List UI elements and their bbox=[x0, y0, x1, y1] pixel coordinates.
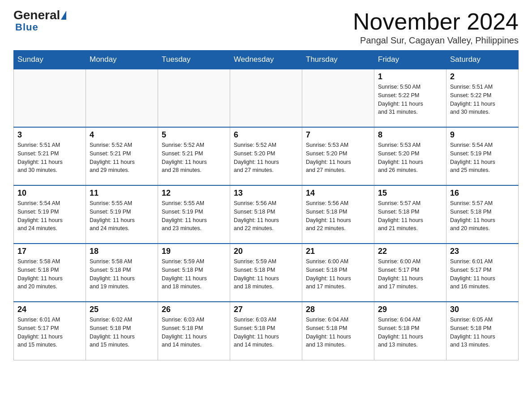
calendar-cell bbox=[302, 69, 374, 127]
day-number: 20 bbox=[234, 247, 298, 256]
day-number: 7 bbox=[306, 130, 370, 140]
calendar-cell: 23Sunrise: 6:01 AM Sunset: 5:17 PM Dayli… bbox=[446, 244, 519, 302]
day-number: 16 bbox=[450, 188, 515, 198]
day-number: 4 bbox=[90, 130, 154, 140]
day-number: 15 bbox=[378, 188, 442, 198]
day-number: 3 bbox=[17, 130, 82, 140]
calendar-cell: 30Sunrise: 6:05 AM Sunset: 5:18 PM Dayli… bbox=[446, 302, 519, 360]
day-info: Sunrise: 6:03 AM Sunset: 5:18 PM Dayligh… bbox=[234, 316, 298, 349]
calendar-cell: 20Sunrise: 5:59 AM Sunset: 5:18 PM Dayli… bbox=[230, 244, 302, 302]
day-number: 22 bbox=[378, 247, 442, 256]
calendar-cell: 6Sunrise: 5:52 AM Sunset: 5:20 PM Daylig… bbox=[230, 127, 302, 185]
calendar-cell: 12Sunrise: 5:55 AM Sunset: 5:19 PM Dayli… bbox=[158, 185, 230, 244]
day-info: Sunrise: 6:00 AM Sunset: 5:17 PM Dayligh… bbox=[378, 257, 442, 291]
day-number: 8 bbox=[378, 130, 442, 140]
day-number: 9 bbox=[450, 130, 515, 140]
day-number: 13 bbox=[234, 188, 298, 198]
calendar-cell: 15Sunrise: 5:57 AM Sunset: 5:18 PM Dayli… bbox=[374, 185, 446, 244]
weekday-header-thursday: Thursday bbox=[302, 51, 374, 69]
day-number: 29 bbox=[378, 305, 442, 314]
day-info: Sunrise: 5:56 AM Sunset: 5:18 PM Dayligh… bbox=[306, 199, 370, 233]
calendar-cell: 8Sunrise: 5:53 AM Sunset: 5:20 PM Daylig… bbox=[374, 127, 446, 185]
day-info: Sunrise: 5:53 AM Sunset: 5:20 PM Dayligh… bbox=[378, 141, 442, 175]
calendar-cell: 5Sunrise: 5:52 AM Sunset: 5:21 PM Daylig… bbox=[158, 127, 230, 185]
calendar-cell: 1Sunrise: 5:50 AM Sunset: 5:22 PM Daylig… bbox=[374, 69, 446, 127]
day-info: Sunrise: 5:52 AM Sunset: 5:21 PM Dayligh… bbox=[90, 141, 154, 175]
logo: General Blue bbox=[13, 9, 66, 33]
day-info: Sunrise: 5:59 AM Sunset: 5:18 PM Dayligh… bbox=[162, 257, 226, 291]
day-number: 2 bbox=[450, 72, 515, 81]
title-block: November 2024 Pangal Sur, Cagayan Valley… bbox=[353, 9, 519, 46]
location-subtitle: Pangal Sur, Cagayan Valley, Philippines bbox=[353, 35, 519, 46]
calendar-cell: 16Sunrise: 5:57 AM Sunset: 5:18 PM Dayli… bbox=[446, 185, 519, 244]
day-info: Sunrise: 5:51 AM Sunset: 5:22 PM Dayligh… bbox=[450, 83, 515, 116]
day-number: 25 bbox=[90, 305, 154, 314]
logo-general: General bbox=[13, 9, 60, 21]
day-info: Sunrise: 5:52 AM Sunset: 5:20 PM Dayligh… bbox=[234, 141, 298, 175]
day-number: 21 bbox=[306, 247, 370, 256]
day-info: Sunrise: 5:52 AM Sunset: 5:21 PM Dayligh… bbox=[162, 141, 226, 175]
calendar-week-row: 3Sunrise: 5:51 AM Sunset: 5:21 PM Daylig… bbox=[14, 127, 519, 185]
calendar-cell: 9Sunrise: 5:54 AM Sunset: 5:19 PM Daylig… bbox=[446, 127, 519, 185]
logo-triangle-icon bbox=[61, 11, 66, 20]
weekday-header-tuesday: Tuesday bbox=[158, 51, 230, 69]
weekday-header-wednesday: Wednesday bbox=[230, 51, 302, 69]
day-number: 17 bbox=[17, 247, 82, 256]
day-number: 19 bbox=[162, 247, 226, 256]
page-header: General Blue November 2024 Pangal Sur, C… bbox=[13, 9, 519, 46]
weekday-header-saturday: Saturday bbox=[446, 51, 519, 69]
weekday-header-sunday: Sunday bbox=[14, 51, 86, 69]
calendar-cell: 24Sunrise: 6:01 AM Sunset: 5:17 PM Dayli… bbox=[14, 302, 86, 360]
day-info: Sunrise: 5:53 AM Sunset: 5:20 PM Dayligh… bbox=[306, 141, 370, 175]
day-info: Sunrise: 5:59 AM Sunset: 5:18 PM Dayligh… bbox=[234, 257, 298, 291]
month-year-title: November 2024 bbox=[353, 9, 519, 34]
day-info: Sunrise: 5:51 AM Sunset: 5:21 PM Dayligh… bbox=[17, 141, 82, 175]
logo-blue: Blue bbox=[15, 21, 39, 33]
day-number: 23 bbox=[450, 247, 515, 256]
day-info: Sunrise: 5:55 AM Sunset: 5:19 PM Dayligh… bbox=[162, 199, 226, 233]
calendar-cell bbox=[230, 69, 302, 127]
day-info: Sunrise: 5:54 AM Sunset: 5:19 PM Dayligh… bbox=[450, 141, 515, 175]
day-info: Sunrise: 6:04 AM Sunset: 5:18 PM Dayligh… bbox=[378, 316, 442, 349]
day-info: Sunrise: 5:54 AM Sunset: 5:19 PM Dayligh… bbox=[17, 199, 82, 233]
day-info: Sunrise: 5:58 AM Sunset: 5:18 PM Dayligh… bbox=[17, 257, 82, 291]
day-number: 12 bbox=[162, 188, 226, 198]
calendar-week-row: 1Sunrise: 5:50 AM Sunset: 5:22 PM Daylig… bbox=[14, 69, 519, 127]
day-info: Sunrise: 6:03 AM Sunset: 5:18 PM Dayligh… bbox=[162, 316, 226, 349]
calendar-cell: 17Sunrise: 5:58 AM Sunset: 5:18 PM Dayli… bbox=[14, 244, 86, 302]
calendar-cell bbox=[14, 69, 86, 127]
calendar-cell: 19Sunrise: 5:59 AM Sunset: 5:18 PM Dayli… bbox=[158, 244, 230, 302]
day-number: 28 bbox=[306, 305, 370, 314]
day-info: Sunrise: 5:50 AM Sunset: 5:22 PM Dayligh… bbox=[378, 83, 442, 116]
day-number: 24 bbox=[17, 305, 82, 314]
day-number: 1 bbox=[378, 72, 442, 81]
weekday-header-friday: Friday bbox=[374, 51, 446, 69]
weekday-header-monday: Monday bbox=[86, 51, 158, 69]
calendar-week-row: 17Sunrise: 5:58 AM Sunset: 5:18 PM Dayli… bbox=[14, 244, 519, 302]
day-info: Sunrise: 6:04 AM Sunset: 5:18 PM Dayligh… bbox=[306, 316, 370, 349]
calendar-header-row: SundayMondayTuesdayWednesdayThursdayFrid… bbox=[14, 51, 519, 69]
calendar-cell bbox=[158, 69, 230, 127]
day-info: Sunrise: 5:58 AM Sunset: 5:18 PM Dayligh… bbox=[90, 257, 154, 291]
calendar-cell: 21Sunrise: 6:00 AM Sunset: 5:18 PM Dayli… bbox=[302, 244, 374, 302]
day-info: Sunrise: 5:57 AM Sunset: 5:18 PM Dayligh… bbox=[450, 199, 515, 233]
day-info: Sunrise: 6:00 AM Sunset: 5:18 PM Dayligh… bbox=[306, 257, 370, 291]
calendar-cell: 11Sunrise: 5:55 AM Sunset: 5:19 PM Dayli… bbox=[86, 185, 158, 244]
calendar-cell: 22Sunrise: 6:00 AM Sunset: 5:17 PM Dayli… bbox=[374, 244, 446, 302]
day-info: Sunrise: 5:56 AM Sunset: 5:18 PM Dayligh… bbox=[234, 199, 298, 233]
day-number: 14 bbox=[306, 188, 370, 198]
day-info: Sunrise: 6:01 AM Sunset: 5:17 PM Dayligh… bbox=[450, 257, 515, 291]
day-number: 10 bbox=[17, 188, 82, 198]
calendar-cell: 3Sunrise: 5:51 AM Sunset: 5:21 PM Daylig… bbox=[14, 127, 86, 185]
calendar-cell: 13Sunrise: 5:56 AM Sunset: 5:18 PM Dayli… bbox=[230, 185, 302, 244]
day-info: Sunrise: 5:57 AM Sunset: 5:18 PM Dayligh… bbox=[378, 199, 442, 233]
day-number: 6 bbox=[234, 130, 298, 140]
calendar-week-row: 24Sunrise: 6:01 AM Sunset: 5:17 PM Dayli… bbox=[14, 302, 519, 360]
day-info: Sunrise: 5:55 AM Sunset: 5:19 PM Dayligh… bbox=[90, 199, 154, 233]
calendar-cell: 10Sunrise: 5:54 AM Sunset: 5:19 PM Dayli… bbox=[14, 185, 86, 244]
day-number: 5 bbox=[162, 130, 226, 140]
calendar-cell: 27Sunrise: 6:03 AM Sunset: 5:18 PM Dayli… bbox=[230, 302, 302, 360]
calendar-cell: 14Sunrise: 5:56 AM Sunset: 5:18 PM Dayli… bbox=[302, 185, 374, 244]
day-number: 27 bbox=[234, 305, 298, 314]
day-info: Sunrise: 6:05 AM Sunset: 5:18 PM Dayligh… bbox=[450, 316, 515, 349]
